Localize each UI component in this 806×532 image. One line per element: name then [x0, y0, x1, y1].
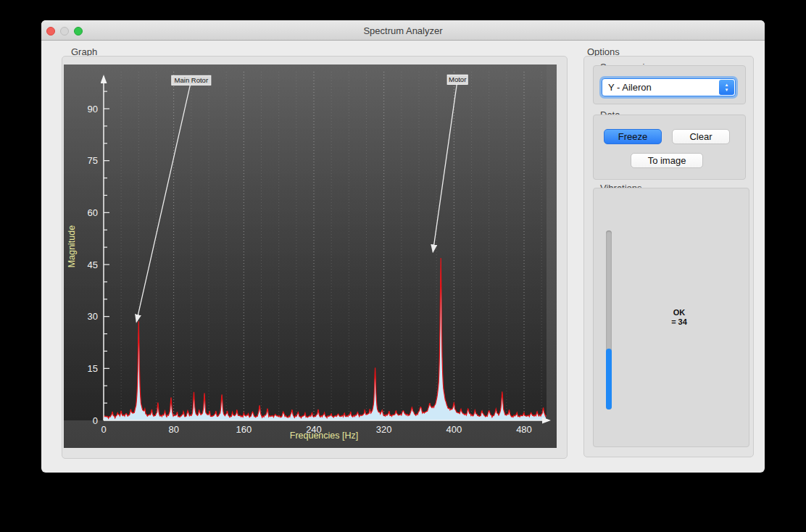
x-axis-title: Frequencies [Hz] — [290, 431, 358, 441]
spectrum-svg: 0153045607590080160240320400480Magnitude… — [64, 65, 557, 448]
vibration-status-text: OK — [625, 308, 734, 317]
svg-text:60: 60 — [88, 207, 98, 218]
svg-text:30: 30 — [88, 311, 98, 322]
vibration-value-text: = 34 — [625, 317, 734, 327]
svg-text:80: 80 — [168, 424, 178, 435]
sensor-axis-select[interactable]: Y - Aileron ▲ ▼ — [602, 78, 736, 96]
chevron-up-icon: ▲ — [725, 83, 729, 88]
vibrations-box: OK = 34 — [593, 188, 749, 447]
spectrum-plot: 0153045607590080160240320400480Magnitude… — [64, 65, 557, 448]
svg-text:0: 0 — [101, 424, 106, 435]
svg-text:320: 320 — [376, 424, 392, 435]
svg-text:400: 400 — [446, 424, 462, 435]
vibration-level-fill — [606, 349, 612, 410]
svg-text:160: 160 — [236, 424, 252, 435]
vibration-level-slider[interactable] — [606, 230, 612, 410]
svg-text:0: 0 — [93, 415, 98, 426]
sensor-axis-value: Y - Aileron — [608, 82, 652, 93]
svg-text:90: 90 — [88, 104, 98, 115]
stepper-arrows-icon[interactable]: ▲ ▼ — [719, 80, 734, 95]
to-image-button[interactable]: To image — [631, 153, 703, 168]
svg-text:75: 75 — [88, 155, 98, 166]
app-window: Spectrum Analyzer Graph 0153045607590080… — [41, 20, 765, 473]
svg-text:15: 15 — [88, 363, 98, 374]
annotation-label-motor: Motor — [449, 75, 466, 83]
options-group-box: Sensor axis Y - Aileron ▲ ▼ Data Freeze … — [583, 56, 754, 457]
annotation-label-main-rotor: Main Rotor — [175, 76, 208, 84]
freeze-button[interactable]: Freeze — [604, 129, 662, 144]
svg-text:480: 480 — [516, 424, 532, 435]
chevron-down-icon: ▼ — [725, 88, 729, 93]
vibration-status: OK = 34 — [625, 308, 734, 327]
data-group-box: Freeze Clear To image — [593, 115, 746, 180]
title-bar[interactable]: Spectrum Analyzer — [41, 20, 765, 41]
window-title: Spectrum Analyzer — [41, 25, 765, 36]
sensor-axis-box: Y - Aileron ▲ ▼ — [593, 65, 746, 104]
clear-button[interactable]: Clear — [672, 129, 730, 144]
svg-text:45: 45 — [88, 259, 98, 270]
y-axis-title: Magnitude — [67, 225, 77, 267]
